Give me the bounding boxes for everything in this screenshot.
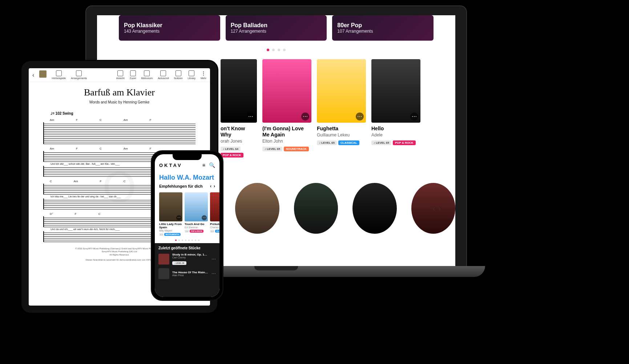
more-icon[interactable]: ⋯ <box>176 215 181 220</box>
artist-avatar[interactable] <box>294 183 338 234</box>
dot[interactable] <box>195 240 196 241</box>
staff-system: AmFCAmF <box>43 118 195 144</box>
dot[interactable] <box>175 240 177 241</box>
chord: Am <box>50 147 54 150</box>
more-icon[interactable]: ⋯ <box>301 113 309 120</box>
prev-icon[interactable]: ‹ <box>432 204 435 213</box>
toolbar-item[interactable]: Ansicht <box>116 70 125 79</box>
pagination-dots <box>97 49 455 51</box>
album-card[interactable]: ⋯ on't Know Why orah Jones LEVEL 64 POP … <box>221 59 257 158</box>
more-icon[interactable]: ⋯ <box>211 257 216 262</box>
next-icon[interactable]: › <box>214 184 215 189</box>
item-thumbnail <box>158 254 169 265</box>
play-icon <box>56 70 62 76</box>
card-title: Prélude <box>210 223 219 226</box>
toolbar-item[interactable]: Metronom <box>141 70 153 79</box>
toolbar-item[interactable]: Hörbeispiele <box>52 70 66 79</box>
chord: C <box>98 212 101 216</box>
tag-row: LEVEL 65 POP & ROCK <box>371 140 420 145</box>
dot[interactable] <box>267 49 269 51</box>
chord: F <box>76 147 78 150</box>
chord: F <box>75 212 77 216</box>
recent-item[interactable]: The House Of The Rising Sun Alan Price ⋯ <box>158 268 216 279</box>
toolbar-item[interactable]: Arrangements <box>71 70 87 79</box>
chord: C <box>50 180 52 183</box>
album-card[interactable]: ⋯ Hello Adele LEVEL 65 POP & ROCK <box>371 59 420 158</box>
card-artist: Billy Mayerl <box>159 229 182 232</box>
next-icon[interactable]: › <box>438 204 441 213</box>
item-artist: Alan Price <box>172 274 209 277</box>
recent-section: Zuletzt geöffnete Stücke Study in B mino… <box>155 243 219 297</box>
card-artist: Charles G <box>210 226 219 229</box>
more-icon[interactable]: ⋯ <box>410 113 418 120</box>
genre-tag: INSTRUMENTAL <box>164 233 181 236</box>
chord: C <box>100 147 102 150</box>
chord: Am <box>50 118 54 122</box>
category-card[interactable]: Pop Balladen 127 Arrangements <box>226 15 327 41</box>
dot[interactable] <box>188 240 190 241</box>
artist-avatar[interactable] <box>352 183 397 234</box>
recent-title: Zuletzt geöffnete Stücke <box>158 246 216 250</box>
recommendation-card[interactable]: ⋯ Little Lady From Spain Billy Mayerl ♪I… <box>159 192 182 236</box>
search-icon[interactable]: 🔍 <box>209 162 215 168</box>
dot[interactable] <box>178 240 180 241</box>
phone-notch <box>173 154 202 160</box>
dot[interactable] <box>272 49 275 51</box>
phone-device: OKTAV ≡ 🔍 Hallo W.A. Mozart Empfehlungen… <box>151 150 223 301</box>
toolbar-item[interactable]: Zoom <box>130 70 136 79</box>
level-tag: ♪ <box>185 230 189 233</box>
more-icon[interactable]: ⋯ <box>211 271 216 276</box>
level-tag: LEVEL 65 <box>262 147 282 151</box>
album-artist: Adele <box>371 132 420 138</box>
back-icon[interactable]: ‹ <box>32 70 34 78</box>
category-card[interactable]: 80er Pop 107 Arrangements <box>332 15 434 41</box>
chord: F <box>150 118 152 122</box>
chord: Am <box>124 118 128 122</box>
prev-icon[interactable]: ‹ <box>210 184 211 189</box>
dot[interactable] <box>278 49 280 51</box>
thumbnail-icon <box>39 70 47 78</box>
genre-tag: POP & ROCK <box>393 140 416 145</box>
autoscroll-icon <box>160 70 166 76</box>
item-artist: Carl Czerny <box>172 256 209 259</box>
toolbar-label: Library <box>188 77 195 79</box>
genre-tag: POP & ROCK <box>190 230 203 233</box>
chord: C <box>100 118 102 122</box>
section-title: Empfehlungen für dich <box>159 184 203 188</box>
chord: Am <box>74 180 78 183</box>
tag-row: ♪POP & ROCK <box>185 230 208 233</box>
recommendation-card[interactable]: ⋯ Touch And Go Ed Sheeran ♪POP & ROCK <box>185 192 208 236</box>
album-card[interactable]: ⋯ (I'm Gonna) Love Me Again Elton John L… <box>262 59 311 158</box>
card-cover <box>210 192 219 221</box>
category-subtitle: 107 Arrangements <box>337 29 428 34</box>
chord-row: AmFCAmF <box>50 118 189 122</box>
toolbar-item[interactable]: ⋮Mehr <box>201 70 206 79</box>
album-title: on't Know Why <box>221 126 257 138</box>
item-info: Study in B minor, Op. 139 No. 98 Carl Cz… <box>172 253 209 265</box>
toolbar-item[interactable]: Notizen <box>174 70 183 79</box>
toolbar-item[interactable] <box>39 70 47 78</box>
toolbar-item[interactable]: Library <box>188 70 195 79</box>
category-card[interactable]: Pop Klassiker 143 Arrangements <box>119 15 220 41</box>
more-icon[interactable]: ⋯ <box>247 113 255 120</box>
dot[interactable] <box>198 240 199 241</box>
menu-icon[interactable]: ≡ <box>202 162 205 168</box>
toolbar-label: Metronom <box>141 77 153 79</box>
chord: F <box>150 147 152 150</box>
card-title: Touch And Go <box>185 223 208 226</box>
dot[interactable] <box>182 240 183 241</box>
recent-item[interactable]: Study in B minor, Op. 139 No. 98 Carl Cz… <box>158 253 216 265</box>
recommendation-card[interactable]: Prélude Charles G ♪CLA <box>210 192 219 236</box>
toolbar-left: ‹ Hörbeispiele Arrangements <box>32 70 87 79</box>
toolbar-item[interactable]: Autoscroll <box>158 70 169 79</box>
category-title: Pop Klassiker <box>124 22 215 29</box>
dot[interactable] <box>191 240 193 241</box>
artist-avatar[interactable] <box>235 183 279 234</box>
album-card[interactable]: ⋯ Fughetta Guillaume Lekeu LEVEL 65 CLAS… <box>317 59 366 158</box>
genre-tag: CLA <box>215 230 219 233</box>
sheet-toolbar: ‹ Hörbeispiele Arrangements Ansicht Zoom… <box>29 68 210 82</box>
dot[interactable] <box>283 49 286 51</box>
dot[interactable] <box>185 240 186 241</box>
more-icon[interactable]: ⋯ <box>356 113 364 120</box>
more-icon[interactable]: ⋯ <box>202 215 207 220</box>
